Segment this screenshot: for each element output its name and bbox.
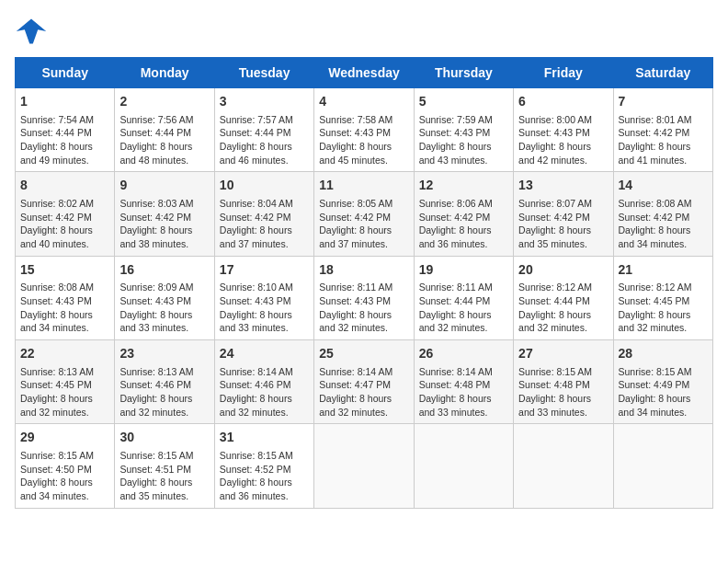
day-info: Daylight: 8 hours <box>518 392 608 406</box>
day-info: Sunrise: 8:01 AM <box>619 113 708 127</box>
day-info: and 35 minutes. <box>119 489 209 503</box>
day-info: Sunrise: 8:12 AM <box>619 281 708 294</box>
day-info: Sunrise: 8:04 AM <box>220 197 309 211</box>
day-number: 25 <box>319 345 408 363</box>
day-info: Sunset: 4:46 PM <box>220 378 309 392</box>
day-number: 19 <box>419 261 508 280</box>
day-number: 29 <box>20 429 109 447</box>
day-info: Sunrise: 8:15 AM <box>619 365 708 379</box>
day-info: and 33 minutes. <box>419 406 508 419</box>
day-info: and 33 minutes. <box>220 321 309 335</box>
day-info: and 32 minutes. <box>619 321 708 335</box>
day-info: Sunrise: 8:03 AM <box>119 197 209 211</box>
day-info: Sunset: 4:42 PM <box>619 126 708 140</box>
svg-marker-0 <box>17 19 46 44</box>
day-info: Sunrise: 8:09 AM <box>119 281 209 294</box>
day-info: Sunset: 4:43 PM <box>518 126 608 140</box>
calendar-cell: 16Sunrise: 8:09 AMSunset: 4:43 PMDayligh… <box>115 256 214 339</box>
day-info: Daylight: 8 hours <box>619 392 708 406</box>
calendar-cell: 23Sunrise: 8:13 AMSunset: 4:46 PMDayligh… <box>115 340 214 424</box>
day-info: and 34 minutes. <box>20 489 109 503</box>
day-info: Sunset: 4:42 PM <box>220 211 309 224</box>
day-info: and 35 minutes. <box>518 237 608 251</box>
day-header-saturday: Saturday <box>613 58 712 88</box>
day-info: Sunrise: 8:15 AM <box>518 365 608 379</box>
day-info: and 34 minutes. <box>619 406 708 419</box>
day-info: Sunrise: 8:15 AM <box>20 449 109 463</box>
day-info: Sunset: 4:45 PM <box>619 294 708 308</box>
day-number: 16 <box>119 261 209 280</box>
calendar-cell: 7Sunrise: 8:01 AMSunset: 4:42 PMDaylight… <box>613 88 712 172</box>
day-info: Sunrise: 8:07 AM <box>518 197 608 211</box>
calendar-cell: 17Sunrise: 8:10 AMSunset: 4:43 PMDayligh… <box>214 256 313 339</box>
calendar-cell: 11Sunrise: 8:05 AMSunset: 4:42 PMDayligh… <box>314 172 414 256</box>
day-info: Sunrise: 8:06 AM <box>419 197 508 211</box>
calendar-cell <box>613 424 712 508</box>
day-info: Sunset: 4:49 PM <box>619 378 708 392</box>
day-number: 2 <box>119 93 209 111</box>
day-info: and 33 minutes. <box>119 321 209 335</box>
day-info: and 45 minutes. <box>319 154 408 167</box>
day-info: Sunset: 4:52 PM <box>220 463 309 477</box>
day-info: Sunrise: 7:54 AM <box>20 113 109 127</box>
day-info: Sunrise: 7:56 AM <box>119 113 209 127</box>
day-info: Sunset: 4:42 PM <box>119 211 209 224</box>
day-info: and 32 minutes. <box>319 406 408 419</box>
day-info: Daylight: 8 hours <box>119 140 209 154</box>
day-header-friday: Friday <box>514 58 613 88</box>
day-number: 17 <box>220 261 309 280</box>
day-number: 4 <box>319 93 408 111</box>
day-info: Sunset: 4:51 PM <box>119 463 209 477</box>
calendar-week-row: 8Sunrise: 8:02 AMSunset: 4:42 PMDaylight… <box>16 172 713 256</box>
calendar-cell: 12Sunrise: 8:06 AMSunset: 4:42 PMDayligh… <box>414 172 513 256</box>
day-info: Daylight: 8 hours <box>419 224 508 237</box>
day-header-monday: Monday <box>115 58 214 88</box>
day-info: Daylight: 8 hours <box>319 224 408 237</box>
day-info: Sunrise: 8:13 AM <box>20 365 109 379</box>
day-info: Sunrise: 8:00 AM <box>518 113 608 127</box>
day-number: 9 <box>119 177 209 195</box>
day-info: Sunrise: 8:11 AM <box>419 281 508 294</box>
calendar-header-row: SundayMondayTuesdayWednesdayThursdayFrid… <box>16 58 713 88</box>
day-info: Daylight: 8 hours <box>119 308 209 322</box>
day-number: 30 <box>119 429 209 447</box>
day-number: 21 <box>619 261 708 280</box>
day-header-thursday: Thursday <box>414 58 513 88</box>
calendar-cell: 9Sunrise: 8:03 AMSunset: 4:42 PMDaylight… <box>115 172 214 256</box>
day-number: 11 <box>319 177 408 195</box>
day-info: Sunrise: 8:15 AM <box>119 449 209 463</box>
calendar-cell: 13Sunrise: 8:07 AMSunset: 4:42 PMDayligh… <box>514 172 613 256</box>
calendar-cell: 19Sunrise: 8:11 AMSunset: 4:44 PMDayligh… <box>414 256 513 339</box>
day-info: Sunset: 4:45 PM <box>20 378 109 392</box>
calendar-cell: 21Sunrise: 8:12 AMSunset: 4:45 PMDayligh… <box>613 256 712 339</box>
calendar-cell: 8Sunrise: 8:02 AMSunset: 4:42 PMDaylight… <box>16 172 115 256</box>
day-number: 26 <box>419 345 508 363</box>
calendar-cell <box>314 424 414 508</box>
day-info: and 42 minutes. <box>518 154 608 167</box>
day-info: Daylight: 8 hours <box>319 308 408 322</box>
calendar-cell: 6Sunrise: 8:00 AMSunset: 4:43 PMDaylight… <box>514 88 613 172</box>
day-info: Daylight: 8 hours <box>419 308 508 322</box>
day-info: Daylight: 8 hours <box>419 140 508 154</box>
day-number: 31 <box>220 429 309 447</box>
calendar-week-row: 22Sunrise: 8:13 AMSunset: 4:45 PMDayligh… <box>16 340 713 424</box>
calendar-cell: 31Sunrise: 8:15 AMSunset: 4:52 PMDayligh… <box>214 424 313 508</box>
calendar-week-row: 15Sunrise: 8:08 AMSunset: 4:43 PMDayligh… <box>16 256 713 339</box>
calendar-cell: 24Sunrise: 8:14 AMSunset: 4:46 PMDayligh… <box>214 340 313 424</box>
day-info: and 38 minutes. <box>119 237 209 251</box>
day-header-wednesday: Wednesday <box>314 58 414 88</box>
calendar-cell: 25Sunrise: 8:14 AMSunset: 4:47 PMDayligh… <box>314 340 414 424</box>
day-info: and 40 minutes. <box>20 237 109 251</box>
calendar-cell: 4Sunrise: 7:58 AMSunset: 4:43 PMDaylight… <box>314 88 414 172</box>
day-number: 18 <box>319 261 408 280</box>
day-number: 23 <box>119 345 209 363</box>
calendar-cell: 3Sunrise: 7:57 AMSunset: 4:44 PMDaylight… <box>214 88 313 172</box>
day-info: Daylight: 8 hours <box>20 392 109 406</box>
day-info: Sunset: 4:43 PM <box>419 126 508 140</box>
day-info: and 34 minutes. <box>20 321 109 335</box>
day-info: Sunrise: 8:14 AM <box>220 365 309 379</box>
day-info: Daylight: 8 hours <box>119 476 209 489</box>
day-info: Sunset: 4:42 PM <box>518 211 608 224</box>
day-info: Sunrise: 8:05 AM <box>319 197 408 211</box>
day-number: 6 <box>518 93 608 111</box>
